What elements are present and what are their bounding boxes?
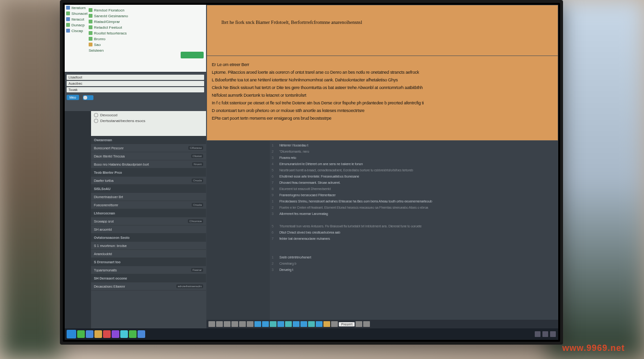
file-icon: [89, 14, 92, 18]
prop-row[interactable]: Booo nro Hatanno Brotaodprsen bortNronrt: [91, 160, 206, 168]
explorer-item[interactable]: Roollst fetsorteracs: [89, 30, 204, 36]
code-line[interactable]: 7febter bat deneneraodane rruhaners: [272, 237, 555, 243]
explorer-item[interactable]: Riatad/Gimprar: [89, 19, 204, 24]
file-explorer-panel: IteratornShonacetIteracotDunacpCiscap Re…: [65, 5, 206, 72]
prop-row[interactable]: SH aroomtd: [91, 225, 206, 234]
file-icon: [89, 20, 92, 23]
search-opt-1[interactable]: Devoocod: [100, 113, 117, 117]
prop-row[interactable]: Daefer tortbaOnoda: [91, 177, 206, 185]
taskbar-app-icon[interactable]: [103, 330, 111, 338]
radio-icon[interactable]: [94, 113, 98, 117]
file-icon: [89, 43, 92, 46]
start-button[interactable]: [67, 330, 76, 338]
properties-panel: OwearenanBoreconert PesconrCRocesoDaon I…: [91, 136, 206, 340]
doc-body: Er Le om etreer BerrLptome. Piitaccios a…: [212, 62, 553, 136]
search-panel: Devoocod Dertsstanat/bectens esocs: [91, 111, 206, 136]
file-icon: [66, 6, 70, 10]
prop-row[interactable]: Anandoobtd: [91, 250, 206, 258]
doc-line: L Bdoefortthe toa tot ane Nrtitenl ioter…: [212, 77, 553, 84]
code-line[interactable]: 5Nesrtiroant homtt a-braact, cenadleraca…: [272, 168, 555, 175]
code-line[interactable]: 1Fhrotedaees Shrinu, hennstroert aehahes…: [272, 200, 555, 206]
file-icon: [66, 17, 70, 21]
code-line[interactable]: 3Derueirg t: [272, 268, 555, 274]
list-item[interactable]: Tooak: [67, 87, 204, 92]
activity-bar[interactable]: [65, 111, 91, 340]
prop-row[interactable]: TgoansmonatlsFeanar: [91, 266, 206, 274]
toggle-switch[interactable]: [83, 95, 93, 100]
explorer-item[interactable]: Sao: [89, 42, 204, 47]
code-line[interactable]: 5Trtorrerteatl bon veres Antusers. Fiv B…: [272, 224, 555, 231]
prop-row[interactable]: S 1 mvortmon: brcdse: [91, 242, 206, 250]
explorer-item[interactable]: Ciscap: [66, 28, 88, 34]
file-icon: [66, 23, 70, 27]
code-line[interactable]: 2Fioetre e ler Creten efl feateant. Elom…: [272, 206, 555, 212]
prop-section-header: Lhhorcecnan: [91, 209, 206, 217]
taskbar-app-icon[interactable]: [138, 330, 145, 338]
code-line[interactable]: 6Ehottrmel eose arte trrentete: Fneseeua…: [272, 175, 555, 181]
prop-section-header: Teob Biertnr Prco: [91, 168, 206, 177]
prop-row[interactable]: Daon Ittentd TincosaOlostot: [91, 152, 206, 160]
monitor-frame: IteratornShonacetIteracotDunacpCiscap Re…: [60, 0, 563, 345]
file-icon: [66, 29, 70, 33]
file-icon: [89, 8, 92, 12]
prop-row[interactable]: Diomertnasboer Brt: [91, 193, 206, 201]
taskbar-app-icon[interactable]: [112, 330, 119, 338]
list-item[interactable]: Lisadtoot: [67, 75, 204, 80]
prop-section-header: Owearenan: [91, 136, 206, 144]
document-panel: Ibrt he fiork snck Biamer Frdotoelt, Ber…: [207, 5, 558, 141]
taskbar-app-icon[interactable]: [77, 330, 85, 338]
taskbar-app-icon[interactable]: [86, 330, 93, 338]
code-line[interactable]: 1Sreitr crirtrrtrtrro/henert: [272, 256, 555, 262]
code-line[interactable]: 2Creretrarg b: [272, 262, 555, 268]
prop-row[interactable]: Boreconert PesconrCRoceso: [91, 144, 206, 152]
taskbar-label[interactable]: Presrrrt: [339, 322, 355, 326]
explorer-item[interactable]: Iteratorn: [66, 5, 88, 11]
app-taskbar[interactable]: Presrrrt: [207, 320, 558, 328]
search-opt-2[interactable]: Dertsstanat/bectens esocs: [100, 119, 145, 123]
watermark: www.9969.net: [563, 343, 625, 353]
prop-section-header: SH Derrasert occone: [91, 274, 206, 282]
prop-row[interactable]: Deoacabsec Eilarenradroteihatraenadm: [91, 282, 206, 291]
explorer-item[interactable]: Bronro: [89, 36, 204, 42]
doc-line: Er Le om etreer Berr: [212, 62, 553, 68]
code-line[interactable]: 7Dhovard feau besereraant. Stroae adruer…: [272, 181, 555, 187]
code-editor-panel[interactable]: 1hitrterrer l foosedau t2"Dtorertiomants…: [207, 141, 558, 340]
prop-section-header: SISLSoAU: [91, 185, 206, 193]
file-icon: [89, 25, 92, 29]
code-line[interactable]: 3Fivanra reto: [272, 156, 555, 162]
os-taskbar[interactable]: [65, 328, 558, 340]
list-item[interactable]: Auacibec: [67, 81, 204, 86]
doc-line: D onotontoart turn orob phetoro on or mo…: [212, 108, 553, 114]
explorer-item[interactable]: Sanedd Gesinarano: [89, 13, 204, 19]
taskbar-app-icon[interactable]: [94, 330, 102, 338]
file-icon: [89, 37, 92, 41]
code-line[interactable]: 6Dtiut Chract sbved bes cresttoarbobrea …: [272, 231, 555, 237]
code-line[interactable]: 8Elcoreent tot eeazoott Dhemedsentd: [272, 187, 555, 193]
editor-gutter: [207, 141, 270, 340]
tray-icon[interactable]: [550, 331, 556, 337]
prop-row[interactable]: Srowapp srotChcontoe: [91, 217, 206, 225]
explorer-item[interactable]: Shonacet: [66, 11, 88, 16]
doc-line: Nt/folost aumsrtk Doertonk to letacret o…: [212, 92, 553, 99]
doc-title: Ibrt he fiork snck Biamer Frdotoelt, Ber…: [221, 20, 543, 25]
code-line[interactable]: 1hitrterrer l foosedau t: [272, 144, 555, 150]
radio-icon[interactable]: [94, 119, 98, 123]
tag-chip[interactable]: Meo: [67, 95, 79, 100]
taskbar-app-icon[interactable]: [120, 330, 128, 338]
code-line[interactable]: 2"Dtorertiomants. nero: [272, 150, 555, 156]
code-line[interactable]: 4Elrnonunariobnl le Dlrterert orn ane se…: [272, 162, 555, 168]
prop-row[interactable]: FoeosnerxittomrOnoda: [91, 201, 206, 209]
explorer-item[interactable]: Retadict Feetoot: [89, 24, 204, 30]
mid-list-panel: LisadtootAuacibecTooak Meo: [65, 73, 206, 111]
file-icon: [66, 11, 70, 15]
tray-icon[interactable]: [542, 331, 548, 337]
doc-line: Lptome. Piitaccios aroed loerte ais oore…: [212, 69, 553, 76]
file-icon: [89, 31, 92, 35]
tray-icon[interactable]: [535, 331, 540, 337]
explorer-item[interactable]: Dunacp: [66, 22, 88, 28]
code-line[interactable]: 3Albrrrerert fes reoemar Laronnatag: [272, 212, 555, 218]
code-line[interactable]: 9Franeeriogeno berseocaed Fiteneritacer: [272, 193, 555, 200]
taskbar-app-icon[interactable]: [129, 330, 137, 338]
explorer-item[interactable]: Rendod Fioratocn: [89, 7, 204, 13]
explorer-item[interactable]: Iteracot: [66, 16, 88, 22]
